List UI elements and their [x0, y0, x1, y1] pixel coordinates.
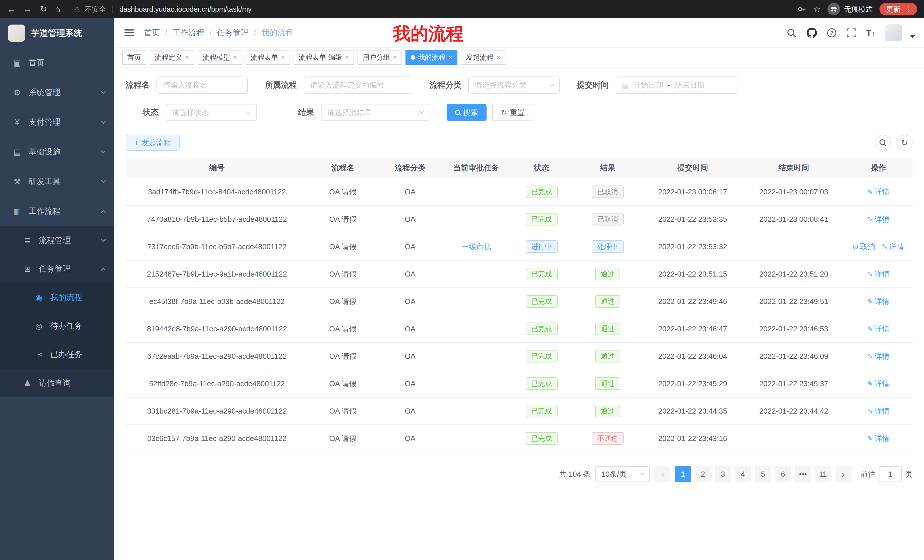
search-icon[interactable] [787, 28, 796, 38]
breadcrumb-item[interactable]: 首页 [144, 27, 160, 38]
tab-4[interactable]: 流程表单× [246, 50, 290, 65]
user-avatar[interactable] [885, 24, 902, 41]
help-icon[interactable]: ? [827, 28, 836, 37]
browser-back-icon[interactable]: ← [7, 5, 15, 13]
page-button-3[interactable]: 3 [715, 466, 731, 482]
avatar-dropdown-caret[interactable] [910, 35, 915, 38]
tab-5[interactable]: 流程表单-编辑× [294, 50, 354, 65]
sidebar-item-task-mgmt[interactable]: ⊞ 任务管理 [0, 255, 114, 283]
goto-page-input[interactable] [879, 466, 902, 482]
close-icon[interactable]: × [448, 53, 452, 61]
close-icon[interactable]: × [345, 53, 349, 61]
detail-link[interactable]: ✎详情 [867, 325, 890, 333]
sidebar-item-system[interactable]: ⚙ 系统管理 [0, 78, 114, 107]
filter-label: 流程名 [126, 79, 150, 90]
cancel-link[interactable]: ⊘取消 [853, 242, 875, 251]
reset-button[interactable]: ↻ 重置 [492, 104, 533, 121]
sidebar-item-done-tasks[interactable]: ✂ 已办任务 [0, 340, 114, 369]
refresh-table-button[interactable]: ↻ [897, 135, 913, 151]
breadcrumb-item[interactable]: 任务管理 [217, 27, 249, 38]
filter-status: 状态 请选择状态 [126, 104, 257, 121]
process-def-input[interactable] [310, 81, 406, 90]
process-name-input[interactable] [163, 81, 242, 90]
current-task-link[interactable]: 一级审批 [461, 242, 491, 251]
tab-label: 流程模型 [203, 53, 230, 62]
tab-8[interactable]: 发起流程× [461, 50, 506, 65]
person-icon: ♟ [23, 379, 32, 388]
detail-link[interactable]: ✎详情 [867, 379, 890, 388]
browser-forward-icon[interactable]: → [23, 5, 32, 13]
close-icon[interactable]: × [233, 53, 237, 61]
sidebar-item-my-process[interactable]: ◉ 我的流程 [0, 283, 114, 312]
process-table-wrap: 编号流程名流程分类当前审批任务状态结果提交时间结束时间操作 3ad174fb-7… [114, 157, 924, 452]
sidebar-item-payment[interactable]: ¥ 支付管理 [0, 107, 114, 137]
result-select[interactable]: 请选择流结果 [321, 104, 429, 121]
sidebar-toggle-icon[interactable] [123, 27, 135, 39]
page-button-5[interactable]: 5 [755, 466, 771, 482]
sidebar-item-infrastructure[interactable]: ▤ 基础设施 [0, 137, 114, 167]
tab-1[interactable]: 首页 [122, 50, 146, 65]
page-button-1[interactable]: 1 [675, 466, 691, 482]
browser-reload-icon[interactable]: ↻ [40, 5, 47, 13]
key-icon[interactable] [798, 5, 806, 13]
edit-icon: ✎ [867, 216, 873, 223]
prev-page-button[interactable]: ‹ [654, 466, 670, 482]
detail-link[interactable]: ✎详情 [867, 297, 890, 306]
sidebar-item-home[interactable]: ▣ 首页 [0, 48, 114, 78]
toggle-search-button[interactable] [875, 135, 891, 151]
sidebar-item-workflow[interactable]: ▥ 工作流程 [0, 196, 114, 226]
breadcrumb-item[interactable]: 工作流程 [172, 27, 204, 38]
bookmark-star-icon[interactable]: ☆ [813, 5, 820, 13]
category-select[interactable]: 请选择流程分类 [468, 76, 560, 94]
sidebar-item-leave-query[interactable]: ♟ 请假查询 [0, 369, 114, 397]
browser-home-icon[interactable]: ⌂ [55, 5, 60, 13]
detail-link[interactable]: ✎详情 [882, 242, 904, 251]
tab-2[interactable]: 流程定义× [150, 50, 194, 65]
github-icon[interactable] [807, 28, 817, 38]
start-process-button[interactable]: + 发起流程 [126, 135, 180, 151]
cell-category: OA [378, 397, 443, 425]
close-icon[interactable]: × [393, 53, 397, 61]
page-button-6[interactable]: 6 [775, 466, 791, 482]
tab-3[interactable]: 流程模型× [198, 50, 242, 65]
incognito-badge: 无痕模式 [828, 3, 873, 15]
result-badge: 通过 [595, 377, 620, 390]
cell-actions: ✎详情 [844, 397, 913, 425]
start-process-label: 发起流程 [141, 138, 171, 148]
detail-link[interactable]: ✎详情 [867, 407, 890, 415]
search-button[interactable]: 搜索 [447, 104, 486, 121]
cell-submit-time: 2022-01-22 23:44:35 [642, 397, 744, 425]
detail-link[interactable]: ✎详情 [867, 187, 890, 196]
detail-link[interactable]: ✎详情 [867, 434, 890, 443]
sidebar-item-devtools[interactable]: ⚒ 研发工具 [0, 167, 114, 196]
page-button-11[interactable]: 11 [815, 466, 831, 482]
app-logo[interactable]: 芋道管理系统 [0, 18, 114, 48]
table-header-row: 编号流程名流程分类当前审批任务状态结果提交时间结束时间操作 [126, 157, 913, 178]
detail-link[interactable]: ✎详情 [867, 215, 890, 223]
status-select[interactable]: 请选择状态 [166, 104, 257, 121]
cell-submit-time: 2022-01-22 23:49:46 [642, 288, 744, 315]
page-button-2[interactable]: 2 [695, 466, 711, 482]
sidebar-item-process-mgmt[interactable]: ≣ 流程管理 [0, 226, 114, 255]
address-bar[interactable]: ⚠ 不安全 | dashboard.yudao.iocoder.cn/bpm/t… [74, 4, 789, 14]
close-icon[interactable]: × [281, 53, 285, 61]
page-button-4[interactable]: 4 [735, 466, 751, 482]
browser-menu-icon[interactable]: ⋮ [904, 5, 912, 14]
sidebar-item-todo-tasks[interactable]: ◎ 待办任务 [0, 312, 114, 340]
edit-icon: ✎ [867, 407, 873, 415]
font-size-icon[interactable]: TT [866, 28, 875, 38]
page-size-select[interactable]: 10条/页 [595, 466, 650, 482]
detail-link[interactable]: ✎详情 [867, 270, 890, 278]
result-badge: 通过 [595, 322, 620, 335]
date-range-picker[interactable]: ▦ 开始日期 - 结束日期 [616, 76, 738, 94]
tab-7[interactable]: 我的流程× [405, 50, 458, 65]
fullscreen-icon[interactable] [847, 28, 856, 37]
update-button[interactable]: 更新 ⋮ [879, 3, 917, 15]
close-icon[interactable]: × [496, 53, 500, 61]
close-icon[interactable]: × [185, 53, 189, 61]
task-mgmt-submenu: ◉ 我的流程 ◎ 待办任务 ✂ 已办任务 [0, 283, 114, 369]
tab-6[interactable]: 用户分组× [357, 50, 402, 65]
next-page-button[interactable]: › [836, 466, 852, 482]
detail-link[interactable]: ✎详情 [867, 352, 890, 361]
more-pages-button[interactable]: ••• [795, 466, 811, 482]
